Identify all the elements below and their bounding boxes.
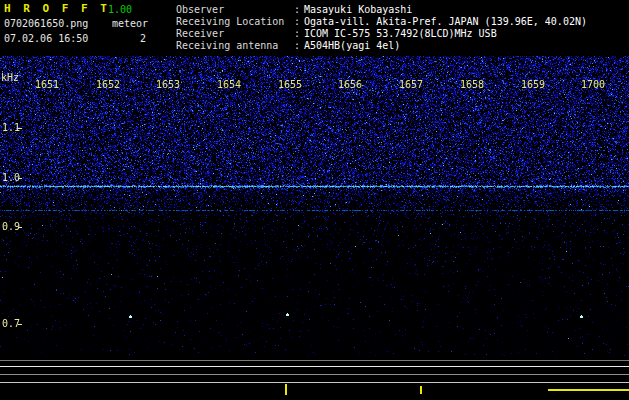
app-title: H R O F F T [4,3,110,14]
freq-tick [18,178,22,179]
info-value: Masayuki Kobayashi [304,4,412,15]
info-row-receiver: Receiver:ICOM IC-575 53.7492(8LCD)MHz US… [176,28,587,40]
info-value: A504HB(yagi 4el) [304,40,400,51]
trace-line [0,366,629,367]
info-separator: : [294,4,304,16]
meteor-marker-tick [285,384,287,395]
time-label: 1654 [216,80,242,90]
info-value: ICOM IC-575 53.7492(8LCD)MHz USB [304,28,497,39]
time-label: 1652 [95,80,121,90]
trace-line [0,382,629,383]
info-separator: : [294,40,304,52]
info-row-location: Receiving Location:Ogata-vill. Akita-Pre… [176,16,587,28]
info-row-antenna: Receiving antenna:A504HB(yagi 4el) [176,40,587,52]
time-label: 1658 [459,80,485,90]
time-label: 1657 [398,80,424,90]
station-info: Observer:Masayuki Kobayashi Receiving Lo… [176,4,587,52]
timestamp: 07.02.06 16:50 [4,33,88,44]
freq-tick [18,324,22,325]
spectrogram-canvas [0,56,629,356]
long-echo-bar [548,389,629,391]
info-label: Receiving antenna [176,40,294,52]
mode-label: meteor [112,18,148,29]
meteor-marker-tick [420,386,422,394]
freq-tick [18,128,22,129]
trace-line [0,360,629,361]
info-row-observer: Observer:Masayuki Kobayashi [176,4,587,16]
trace-line [0,374,629,375]
time-label: 1653 [155,80,181,90]
meteor-count: 2 [140,33,146,44]
time-label: 1656 [337,80,363,90]
hrofft-window: H R O F F T 1.00 0702061650.png meteor 0… [0,0,629,400]
info-separator: : [294,16,304,28]
info-value: Ogata-vill. Akita-Pref. JAPAN (139.96E, … [304,16,587,27]
app-version: 1.00 [108,4,132,15]
bottom-panel [0,356,629,400]
freq-tick [18,227,22,228]
info-separator: : [294,28,304,40]
info-label: Receiver [176,28,294,40]
time-label: 1655 [277,80,303,90]
time-label: 1659 [520,80,546,90]
output-filename: 0702061650.png [4,18,88,29]
freq-axis-unit: kHz [1,72,19,83]
time-label: 1651 [34,80,60,90]
time-label: 1700 [580,80,606,90]
info-label: Observer [176,4,294,16]
info-label: Receiving Location [176,16,294,28]
